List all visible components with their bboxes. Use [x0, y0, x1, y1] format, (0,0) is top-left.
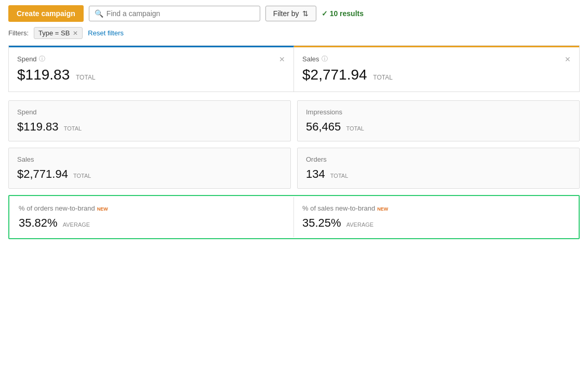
- spend-info-icon[interactable]: ⓘ: [39, 55, 45, 63]
- summary-card-spend: Spend ⓘ ✕ $119.83 TOTAL: [9, 46, 294, 92]
- summary-cards: Spend ⓘ ✕ $119.83 TOTAL Sales ⓘ ✕ $2,771…: [8, 45, 580, 92]
- top-bar: Create campaign 🔍 Filter by ⇅ ✓ 10 resul…: [8, 5, 580, 22]
- metric-card-orders: Orders 134 TOTAL: [297, 148, 580, 189]
- search-icon: 🔍: [95, 9, 103, 18]
- summary-card-sales-title: Sales ⓘ: [302, 55, 328, 63]
- summary-card-sales-header: Sales ⓘ ✕: [302, 55, 571, 63]
- metric-card-sales-value: $2,771.94 TOTAL: [17, 167, 282, 181]
- ntb-card-orders-value: 35.82% AVERAGE: [19, 216, 285, 230]
- summary-card-spend-title: Spend ⓘ: [17, 55, 45, 63]
- metrics-section: Spend $119.83 TOTAL Impressions 56,465 T…: [8, 100, 580, 239]
- ntb-card-sales-title: % of sales new-to-brand NEW: [302, 204, 569, 212]
- filter-sort-icon: ⇅: [302, 9, 309, 18]
- ntb-grid: % of orders new-to-brand NEW 35.82% AVER…: [10, 197, 578, 237]
- filter-by-button[interactable]: Filter by ⇅: [265, 6, 316, 21]
- ntb-card-orders-title: % of orders new-to-brand NEW: [19, 204, 285, 212]
- filter-tag-remove-button[interactable]: ✕: [73, 30, 78, 37]
- ntb-card-sales-value: 35.25% AVERAGE: [302, 216, 569, 230]
- metric-card-impressions-value: 56,465 TOTAL: [306, 120, 571, 134]
- metric-card-impressions-title: Impressions: [306, 108, 571, 116]
- metric-card-sales-title: Sales: [17, 155, 282, 163]
- filter-by-label: Filter by: [273, 9, 299, 18]
- summary-card-spend-value: $119.83 TOTAL: [17, 67, 285, 83]
- ntb-orders-new-badge: NEW: [97, 206, 108, 212]
- metric-card-spend-value: $119.83 TOTAL: [17, 120, 282, 134]
- ntb-card-sales: % of sales new-to-brand NEW 35.25% AVERA…: [294, 197, 578, 237]
- filter-tag-text: Type = SB: [38, 29, 70, 37]
- reset-filters-link[interactable]: Reset filters: [88, 29, 124, 37]
- results-count: 10 results: [330, 9, 364, 18]
- search-box: 🔍: [89, 6, 260, 21]
- metric-card-orders-value: 134 TOTAL: [306, 167, 571, 181]
- summary-card-spend-close[interactable]: ✕: [279, 55, 285, 63]
- search-input[interactable]: [106, 9, 255, 18]
- create-campaign-button[interactable]: Create campaign: [8, 5, 84, 22]
- metric-card-orders-title: Orders: [306, 155, 571, 163]
- new-to-brand-section: % of orders new-to-brand NEW 35.82% AVER…: [8, 195, 580, 239]
- check-icon: ✓: [322, 9, 328, 18]
- ntb-sales-new-badge: NEW: [377, 206, 388, 212]
- metric-card-spend: Spend $119.83 TOTAL: [8, 100, 291, 141]
- results-badge: ✓ 10 results: [322, 9, 364, 18]
- metric-card-impressions: Impressions 56,465 TOTAL: [297, 100, 580, 141]
- summary-card-spend-header: Spend ⓘ ✕: [17, 55, 285, 63]
- summary-card-sales-value: $2,771.94 TOTAL: [302, 67, 571, 83]
- filters-label: Filters:: [8, 29, 29, 37]
- sales-info-icon[interactable]: ⓘ: [322, 55, 328, 63]
- metric-card-sales: Sales $2,771.94 TOTAL: [8, 148, 291, 189]
- filters-row: Filters: Type = SB ✕ Reset filters: [8, 27, 580, 39]
- metrics-grid: Spend $119.83 TOTAL Impressions 56,465 T…: [8, 100, 580, 189]
- filter-tag-type-sb: Type = SB ✕: [34, 27, 83, 39]
- ntb-card-orders: % of orders new-to-brand NEW 35.82% AVER…: [10, 197, 294, 237]
- metric-card-spend-title: Spend: [17, 108, 282, 116]
- summary-card-sales: Sales ⓘ ✕ $2,771.94 TOTAL: [294, 46, 579, 92]
- summary-card-sales-close[interactable]: ✕: [565, 55, 571, 63]
